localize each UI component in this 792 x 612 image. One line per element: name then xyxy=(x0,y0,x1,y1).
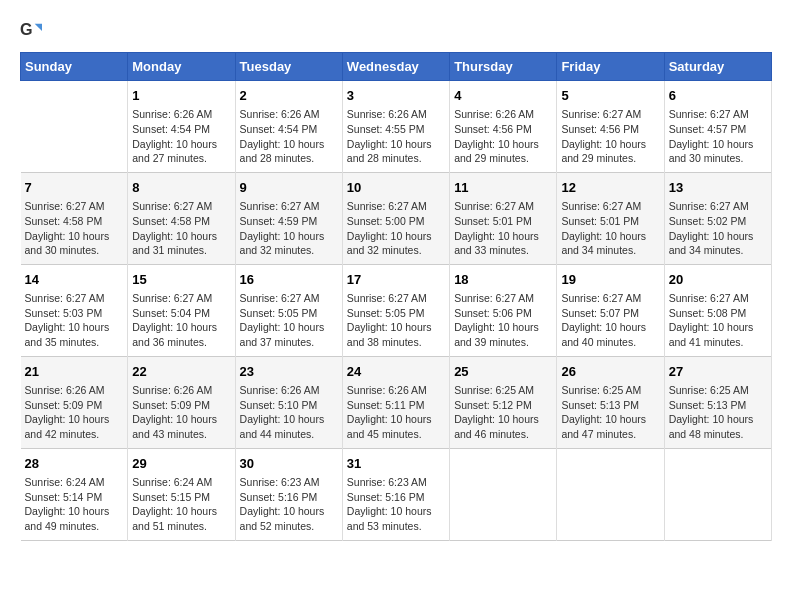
calendar-cell: 27Sunrise: 6:25 AM Sunset: 5:13 PM Dayli… xyxy=(664,356,771,448)
day-info: Sunrise: 6:26 AM Sunset: 5:11 PM Dayligh… xyxy=(347,383,445,442)
day-info: Sunrise: 6:27 AM Sunset: 5:08 PM Dayligh… xyxy=(669,291,767,350)
day-number: 17 xyxy=(347,271,445,289)
calendar-table: SundayMondayTuesdayWednesdayThursdayFrid… xyxy=(20,52,772,541)
page-header: G xyxy=(20,20,772,42)
day-number: 31 xyxy=(347,455,445,473)
day-info: Sunrise: 6:23 AM Sunset: 5:16 PM Dayligh… xyxy=(347,475,445,534)
day-info: Sunrise: 6:27 AM Sunset: 4:59 PM Dayligh… xyxy=(240,199,338,258)
calendar-cell xyxy=(450,448,557,540)
calendar-cell: 6Sunrise: 6:27 AM Sunset: 4:57 PM Daylig… xyxy=(664,81,771,173)
calendar-cell: 1Sunrise: 6:26 AM Sunset: 4:54 PM Daylig… xyxy=(128,81,235,173)
svg-text:G: G xyxy=(20,20,33,38)
day-number: 11 xyxy=(454,179,552,197)
calendar-cell: 8Sunrise: 6:27 AM Sunset: 4:58 PM Daylig… xyxy=(128,172,235,264)
day-number: 3 xyxy=(347,87,445,105)
calendar-cell: 21Sunrise: 6:26 AM Sunset: 5:09 PM Dayli… xyxy=(21,356,128,448)
day-number: 27 xyxy=(669,363,767,381)
day-info: Sunrise: 6:27 AM Sunset: 5:06 PM Dayligh… xyxy=(454,291,552,350)
day-number: 13 xyxy=(669,179,767,197)
calendar-cell: 15Sunrise: 6:27 AM Sunset: 5:04 PM Dayli… xyxy=(128,264,235,356)
day-number: 26 xyxy=(561,363,659,381)
calendar-week-4: 21Sunrise: 6:26 AM Sunset: 5:09 PM Dayli… xyxy=(21,356,772,448)
day-number: 6 xyxy=(669,87,767,105)
calendar-week-1: 1Sunrise: 6:26 AM Sunset: 4:54 PM Daylig… xyxy=(21,81,772,173)
day-number: 12 xyxy=(561,179,659,197)
calendar-header: SundayMondayTuesdayWednesdayThursdayFrid… xyxy=(21,53,772,81)
calendar-cell: 13Sunrise: 6:27 AM Sunset: 5:02 PM Dayli… xyxy=(664,172,771,264)
calendar-cell: 19Sunrise: 6:27 AM Sunset: 5:07 PM Dayli… xyxy=(557,264,664,356)
day-info: Sunrise: 6:27 AM Sunset: 4:58 PM Dayligh… xyxy=(132,199,230,258)
day-info: Sunrise: 6:25 AM Sunset: 5:13 PM Dayligh… xyxy=(561,383,659,442)
calendar-cell xyxy=(557,448,664,540)
day-info: Sunrise: 6:27 AM Sunset: 5:03 PM Dayligh… xyxy=(25,291,124,350)
day-info: Sunrise: 6:27 AM Sunset: 4:57 PM Dayligh… xyxy=(669,107,767,166)
day-info: Sunrise: 6:25 AM Sunset: 5:13 PM Dayligh… xyxy=(669,383,767,442)
calendar-cell: 22Sunrise: 6:26 AM Sunset: 5:09 PM Dayli… xyxy=(128,356,235,448)
weekday-header-saturday: Saturday xyxy=(664,53,771,81)
day-info: Sunrise: 6:26 AM Sunset: 5:09 PM Dayligh… xyxy=(132,383,230,442)
day-number: 16 xyxy=(240,271,338,289)
weekday-header-thursday: Thursday xyxy=(450,53,557,81)
day-number: 2 xyxy=(240,87,338,105)
day-number: 21 xyxy=(25,363,124,381)
day-number: 1 xyxy=(132,87,230,105)
logo-icon: G xyxy=(20,20,42,42)
day-number: 23 xyxy=(240,363,338,381)
day-info: Sunrise: 6:27 AM Sunset: 5:05 PM Dayligh… xyxy=(347,291,445,350)
day-info: Sunrise: 6:27 AM Sunset: 5:02 PM Dayligh… xyxy=(669,199,767,258)
day-number: 30 xyxy=(240,455,338,473)
calendar-cell: 29Sunrise: 6:24 AM Sunset: 5:15 PM Dayli… xyxy=(128,448,235,540)
calendar-cell: 12Sunrise: 6:27 AM Sunset: 5:01 PM Dayli… xyxy=(557,172,664,264)
day-info: Sunrise: 6:27 AM Sunset: 5:07 PM Dayligh… xyxy=(561,291,659,350)
day-number: 9 xyxy=(240,179,338,197)
weekday-header-wednesday: Wednesday xyxy=(342,53,449,81)
day-number: 20 xyxy=(669,271,767,289)
calendar-cell: 5Sunrise: 6:27 AM Sunset: 4:56 PM Daylig… xyxy=(557,81,664,173)
calendar-cell: 10Sunrise: 6:27 AM Sunset: 5:00 PM Dayli… xyxy=(342,172,449,264)
day-number: 29 xyxy=(132,455,230,473)
weekday-header-friday: Friday xyxy=(557,53,664,81)
weekday-header-sunday: Sunday xyxy=(21,53,128,81)
calendar-cell: 14Sunrise: 6:27 AM Sunset: 5:03 PM Dayli… xyxy=(21,264,128,356)
day-info: Sunrise: 6:26 AM Sunset: 4:54 PM Dayligh… xyxy=(240,107,338,166)
logo: G xyxy=(20,20,44,42)
weekday-header-tuesday: Tuesday xyxy=(235,53,342,81)
day-info: Sunrise: 6:26 AM Sunset: 4:54 PM Dayligh… xyxy=(132,107,230,166)
calendar-cell: 16Sunrise: 6:27 AM Sunset: 5:05 PM Dayli… xyxy=(235,264,342,356)
calendar-cell: 17Sunrise: 6:27 AM Sunset: 5:05 PM Dayli… xyxy=(342,264,449,356)
calendar-cell: 28Sunrise: 6:24 AM Sunset: 5:14 PM Dayli… xyxy=(21,448,128,540)
day-number: 8 xyxy=(132,179,230,197)
calendar-cell: 11Sunrise: 6:27 AM Sunset: 5:01 PM Dayli… xyxy=(450,172,557,264)
day-number: 10 xyxy=(347,179,445,197)
day-info: Sunrise: 6:26 AM Sunset: 5:09 PM Dayligh… xyxy=(25,383,124,442)
calendar-cell: 7Sunrise: 6:27 AM Sunset: 4:58 PM Daylig… xyxy=(21,172,128,264)
day-number: 4 xyxy=(454,87,552,105)
weekday-row: SundayMondayTuesdayWednesdayThursdayFrid… xyxy=(21,53,772,81)
day-info: Sunrise: 6:27 AM Sunset: 5:00 PM Dayligh… xyxy=(347,199,445,258)
calendar-cell: 4Sunrise: 6:26 AM Sunset: 4:56 PM Daylig… xyxy=(450,81,557,173)
day-number: 28 xyxy=(25,455,124,473)
calendar-cell: 3Sunrise: 6:26 AM Sunset: 4:55 PM Daylig… xyxy=(342,81,449,173)
day-number: 24 xyxy=(347,363,445,381)
day-number: 19 xyxy=(561,271,659,289)
day-info: Sunrise: 6:24 AM Sunset: 5:15 PM Dayligh… xyxy=(132,475,230,534)
calendar-cell xyxy=(664,448,771,540)
day-info: Sunrise: 6:27 AM Sunset: 5:05 PM Dayligh… xyxy=(240,291,338,350)
day-number: 14 xyxy=(25,271,124,289)
weekday-header-monday: Monday xyxy=(128,53,235,81)
calendar-cell: 23Sunrise: 6:26 AM Sunset: 5:10 PM Dayli… xyxy=(235,356,342,448)
calendar-cell: 24Sunrise: 6:26 AM Sunset: 5:11 PM Dayli… xyxy=(342,356,449,448)
day-info: Sunrise: 6:26 AM Sunset: 4:55 PM Dayligh… xyxy=(347,107,445,166)
day-number: 15 xyxy=(132,271,230,289)
calendar-cell: 20Sunrise: 6:27 AM Sunset: 5:08 PM Dayli… xyxy=(664,264,771,356)
calendar-cell: 30Sunrise: 6:23 AM Sunset: 5:16 PM Dayli… xyxy=(235,448,342,540)
calendar-cell: 25Sunrise: 6:25 AM Sunset: 5:12 PM Dayli… xyxy=(450,356,557,448)
day-number: 5 xyxy=(561,87,659,105)
day-info: Sunrise: 6:26 AM Sunset: 5:10 PM Dayligh… xyxy=(240,383,338,442)
calendar-cell xyxy=(21,81,128,173)
day-number: 22 xyxy=(132,363,230,381)
day-info: Sunrise: 6:27 AM Sunset: 5:04 PM Dayligh… xyxy=(132,291,230,350)
day-info: Sunrise: 6:24 AM Sunset: 5:14 PM Dayligh… xyxy=(25,475,124,534)
day-info: Sunrise: 6:27 AM Sunset: 5:01 PM Dayligh… xyxy=(561,199,659,258)
calendar-cell: 26Sunrise: 6:25 AM Sunset: 5:13 PM Dayli… xyxy=(557,356,664,448)
